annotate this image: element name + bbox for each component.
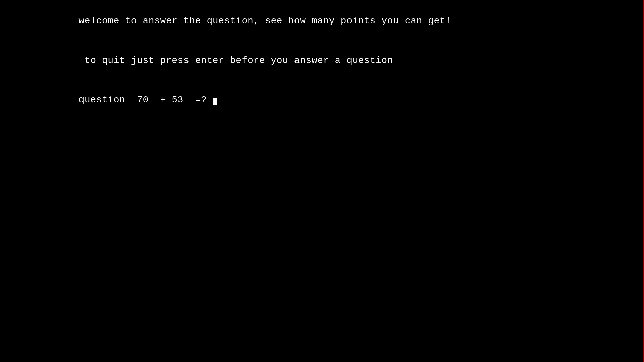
quit-instruction-line: to quit just press enter before you answ… xyxy=(55,41,644,80)
welcome-line: welcome to answer the question, see how … xyxy=(55,1,644,41)
terminal-window: welcome to answer the question, see how … xyxy=(0,0,644,362)
question-line[interactable]: question 70 + 53 =? xyxy=(55,80,644,120)
quit-text: to quit just press enter before you answ… xyxy=(78,55,393,66)
question-text: question 70 + 53 =? xyxy=(78,95,212,105)
left-border xyxy=(55,0,55,362)
welcome-text: welcome to answer the question, see how … xyxy=(78,16,451,26)
text-cursor xyxy=(213,98,217,105)
